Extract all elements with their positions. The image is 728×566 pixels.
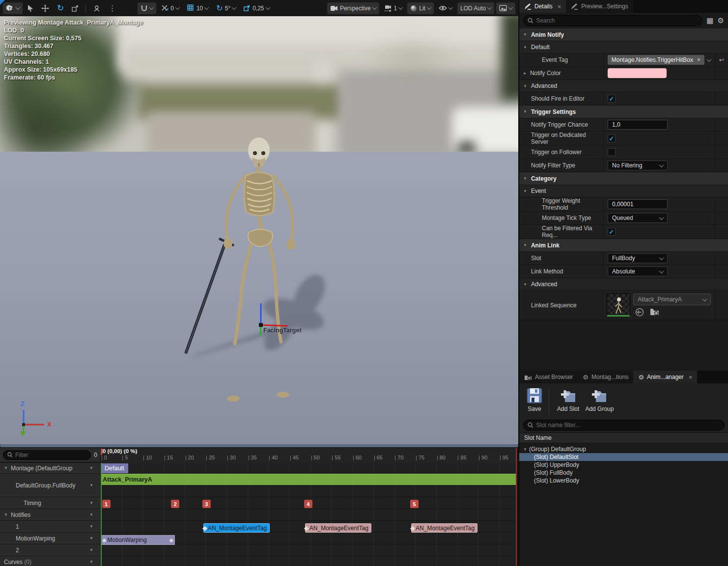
collapse-triangle-icon[interactable]: ▼ xyxy=(4,512,8,517)
lit-mode-dropdown[interactable]: Lit xyxy=(407,2,434,14)
track-row-fullbody-slot[interactable]: DefaultGroup.FullBody ▼ xyxy=(0,474,100,497)
scale-snap-dropdown[interactable]: 0,25 xyxy=(241,2,272,14)
track-menu-icon[interactable]: ▼ xyxy=(89,483,93,487)
montage-segment-bar[interactable]: Attack_PrimaryA xyxy=(101,474,516,485)
close-icon[interactable]: × xyxy=(558,3,561,10)
slot-row-3[interactable]: (Slot) FullBody xyxy=(519,469,728,477)
timeline-filter-field[interactable] xyxy=(15,452,86,458)
details-search-field[interactable] xyxy=(536,17,698,24)
slot-filter-field[interactable] xyxy=(536,422,720,429)
rotate-tool-button[interactable]: ↻ xyxy=(54,2,67,14)
expand-triangle-icon[interactable]: ▼ xyxy=(523,71,527,75)
track-row-notify-2[interactable]: 2 ▼ xyxy=(0,544,100,556)
details-search-input[interactable] xyxy=(523,15,702,26)
track-menu-icon[interactable]: ▼ xyxy=(89,512,93,517)
weight-input[interactable]: 0,00001 xyxy=(608,199,668,209)
event-tag-chip[interactable]: Montage.Notifies.TriggerHitBox× xyxy=(608,55,704,65)
tab-anim-slot-manager[interactable]: ⚙ Anim...anager × xyxy=(633,371,697,383)
tab-montage-sections[interactable]: ⚙ Montag...tions xyxy=(578,371,633,383)
use-selected-asset-icon[interactable] xyxy=(635,308,644,317)
timing-marker-5[interactable]: 5 xyxy=(410,500,419,508)
follower-checkbox[interactable] xyxy=(608,148,616,156)
timing-marker-1[interactable]: 1 xyxy=(102,500,111,508)
add-slot-button[interactable]: Add Slot xyxy=(555,387,581,412)
timing-marker-2[interactable]: 2 xyxy=(171,500,179,508)
browse-to-asset-icon[interactable] xyxy=(650,308,660,317)
collapse-triangle-icon[interactable]: ▼ xyxy=(4,466,8,470)
track-menu-icon[interactable]: ▼ xyxy=(89,466,93,470)
remove-tag-icon[interactable]: × xyxy=(697,56,700,63)
show-flags-dropdown[interactable] xyxy=(436,2,455,14)
timeline-filter-input[interactable] xyxy=(3,450,91,460)
subsection-advanced-1[interactable]: ▼Advanced xyxy=(519,80,728,92)
skeleton-character[interactable] xyxy=(162,112,368,444)
tab-asset-browser[interactable]: Asset Browser xyxy=(519,371,578,383)
track-row-montage[interactable]: ▼ Montage (DefaultGroup ▼ xyxy=(0,463,100,473)
tab-details[interactable]: Details × xyxy=(519,0,566,13)
toolbar-overflow-button[interactable]: ⋮ xyxy=(106,2,119,14)
should-fire-checkbox[interactable] xyxy=(608,95,616,103)
timeline-horizontal-scrollbar[interactable] xyxy=(0,444,518,447)
display-filter-icon[interactable]: ▦ xyxy=(706,16,713,25)
track-row-notify-1[interactable]: 1 ▼ xyxy=(0,521,100,532)
grid-snap-dropdown[interactable]: 10 xyxy=(184,2,211,14)
move-tool-button[interactable] xyxy=(38,2,52,14)
dedicated-checkbox[interactable] xyxy=(608,135,616,142)
collapse-triangle-icon[interactable]: ▼ xyxy=(523,447,527,452)
track-row-curves[interactable]: Curves (0) ▼ xyxy=(0,556,100,566)
section-anim-notify[interactable]: ▼Anim Notify xyxy=(519,28,728,41)
timing-marker-3[interactable]: 3 xyxy=(202,500,211,508)
save-button[interactable]: Save xyxy=(524,387,545,412)
section-anim-link[interactable]: ▼Anim Link xyxy=(519,239,728,252)
track-menu-icon[interactable]: ▼ xyxy=(89,560,93,564)
link-method-dropdown[interactable]: Absolute xyxy=(608,267,668,276)
facing-target-gizmo[interactable]: FacingTarget xyxy=(245,303,304,338)
linked-sequence-thumbnail[interactable] xyxy=(607,294,630,317)
slot-row-4[interactable]: (Slot) LowerBody xyxy=(519,477,728,485)
add-group-button[interactable]: Add Group xyxy=(583,387,616,412)
montage-section-default[interactable]: Default xyxy=(101,463,128,473)
track-menu-icon[interactable]: ▼ xyxy=(89,536,93,540)
perspective-dropdown[interactable]: Perspective xyxy=(327,2,379,14)
filter-type-dropdown[interactable]: No Filtering xyxy=(608,161,668,170)
preview-scene-button[interactable] xyxy=(90,2,104,14)
lod-dropdown[interactable]: LOD Auto xyxy=(457,2,494,14)
slot-row-2[interactable]: (Slot) UpperBody xyxy=(519,461,728,469)
subsection-advanced-2[interactable]: ▼Advanced xyxy=(519,278,728,291)
slot-name-column-header[interactable]: Slot Name xyxy=(519,432,728,443)
track-row-timing[interactable]: Timing ▼ xyxy=(0,497,100,509)
slot-group-row-0[interactable]: ▼(Group) DefaultGroup xyxy=(519,445,728,453)
select-mode-dropdown[interactable] xyxy=(3,2,23,14)
slot-dropdown[interactable]: FullBody xyxy=(608,253,668,263)
track-menu-icon[interactable]: ▼ xyxy=(89,548,93,552)
section-category[interactable]: ▼Category xyxy=(519,172,728,185)
surface-snapping-dropdown[interactable] xyxy=(138,2,156,14)
notify-event-1[interactable]: ◆AN_MontageEventTag xyxy=(202,523,270,533)
tab-preview-scene-settings[interactable]: Preview...Settings xyxy=(566,0,633,13)
notify-event-3[interactable]: ◆AN_MontageEventTag xyxy=(410,523,477,533)
motionwarping-notify-state[interactable]: ◆ MotionWarping ◆ xyxy=(101,535,175,545)
timing-marker-4[interactable]: 4 xyxy=(304,500,312,508)
timeline-ruler[interactable]: 0 (0,00) (0 %) 0510152025303540455055606… xyxy=(101,448,517,463)
timeline-grid[interactable]: 0 (0,00) (0 %) 0510152025303540455055606… xyxy=(101,448,517,566)
close-icon[interactable]: × xyxy=(689,374,693,381)
scale-tool-button[interactable] xyxy=(69,2,82,14)
subsection-default[interactable]: ▼Default xyxy=(519,41,728,54)
track-menu-icon[interactable]: ▼ xyxy=(89,524,93,529)
actor-snap-dropdown[interactable]: 0 xyxy=(158,2,182,14)
screenshot-dropdown[interactable] xyxy=(496,2,515,14)
filtered-checkbox[interactable] xyxy=(608,228,616,236)
tick-type-dropdown[interactable]: Queued xyxy=(608,213,668,223)
gear-icon[interactable]: ⚙ xyxy=(718,16,724,25)
reset-to-default-icon[interactable]: ↩ xyxy=(719,56,724,63)
linked-sequence-dropdown[interactable]: Attack_PrimaryA xyxy=(633,294,711,305)
track-row-notifies[interactable]: ▼ Notifies ▼ xyxy=(0,509,100,520)
chevron-down-icon[interactable] xyxy=(707,57,712,62)
slot-row-1[interactable]: (Slot) DefaultSlot xyxy=(519,453,728,461)
camera-speed-dropdown[interactable]: 1 xyxy=(381,2,406,14)
rotation-snap-dropdown[interactable]: ↻ 5° xyxy=(213,2,239,14)
notify-event-2[interactable]: ◆AN_MontageEventTag xyxy=(304,523,371,533)
trigger-chance-input[interactable]: 1,0 xyxy=(608,120,668,130)
slot-filter-input[interactable] xyxy=(523,420,725,431)
track-menu-icon[interactable]: ▼ xyxy=(89,501,93,505)
